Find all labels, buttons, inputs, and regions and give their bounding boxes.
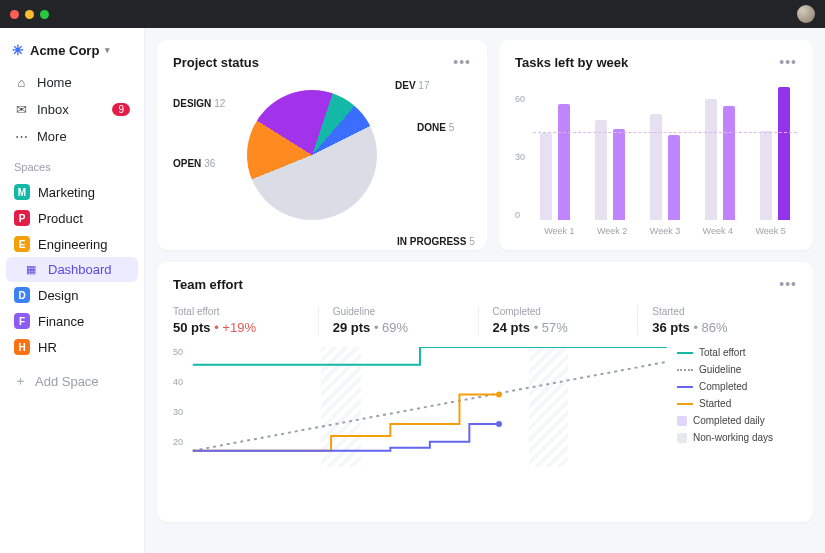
y-tick: 0 bbox=[515, 210, 520, 220]
more-icon: ⋯ bbox=[14, 129, 29, 144]
sidebar-space-item[interactable]: DDesign bbox=[6, 282, 138, 308]
main-content: Project status ••• DESIGN 12 OPEN 36 DEV… bbox=[145, 28, 825, 553]
metric-label: Started bbox=[652, 306, 783, 317]
titlebar bbox=[0, 0, 825, 28]
project-status-card: Project status ••• DESIGN 12 OPEN 36 DEV… bbox=[157, 40, 487, 250]
chevron-down-icon: ▾ bbox=[105, 45, 110, 55]
pie-label-design: DESIGN 12 bbox=[173, 98, 225, 109]
sidebar-space-item[interactable]: HHR bbox=[6, 334, 138, 360]
metric: Started36 pts • 86% bbox=[637, 306, 797, 335]
card-menu-icon[interactable]: ••• bbox=[779, 276, 797, 292]
legend-guideline: Guideline bbox=[677, 364, 797, 375]
bar bbox=[650, 114, 662, 220]
plus-icon: ＋ bbox=[14, 372, 27, 390]
svg-point-0 bbox=[496, 391, 502, 397]
metric: Guideline29 pts • 69% bbox=[318, 306, 478, 335]
x-tick: Week 2 bbox=[597, 226, 627, 236]
bar bbox=[613, 129, 625, 220]
metric-value: 24 pts • 57% bbox=[493, 320, 624, 335]
card-title: Team effort bbox=[173, 277, 243, 292]
sidebar-space-item[interactable]: EEngineering bbox=[6, 231, 138, 257]
sidebar-space-item[interactable]: MMarketing bbox=[6, 179, 138, 205]
metric-label: Total effort bbox=[173, 306, 304, 317]
pie-label-done: DONE 5 bbox=[417, 122, 454, 133]
legend-total: Total effort bbox=[677, 347, 797, 358]
project-status-pie bbox=[247, 90, 377, 220]
bar bbox=[723, 106, 735, 220]
sidebar-item-inbox[interactable]: ✉ Inbox 9 bbox=[6, 97, 138, 122]
space-letter-icon: D bbox=[14, 287, 30, 303]
space-letter-icon: F bbox=[14, 313, 30, 329]
team-effort-line-chart: 50 40 30 20 bbox=[173, 347, 667, 467]
space-label: Finance bbox=[38, 314, 84, 329]
pie-label-dev: DEV 17 bbox=[395, 80, 429, 91]
pie-label-open: OPEN 36 bbox=[173, 158, 215, 169]
sidebar-item-more[interactable]: ⋯ More bbox=[6, 124, 138, 149]
nav-label: Inbox bbox=[37, 102, 69, 117]
metric: Total effort50 pts • +19% bbox=[173, 306, 318, 335]
legend: Total effort Guideline Completed Started… bbox=[677, 347, 797, 467]
metric-value: 29 pts • 69% bbox=[333, 320, 464, 335]
legend-completed-daily: Completed daily bbox=[677, 415, 797, 426]
x-tick: Week 5 bbox=[755, 226, 785, 236]
metric-label: Guideline bbox=[333, 306, 464, 317]
sidebar-sub-dashboard[interactable]: ▦Dashboard bbox=[6, 257, 138, 282]
space-letter-icon: M bbox=[14, 184, 30, 200]
avatar[interactable] bbox=[797, 5, 815, 23]
maximize-window-icon[interactable] bbox=[40, 10, 49, 19]
add-space-label: Add Space bbox=[35, 374, 99, 389]
workspace-switcher[interactable]: ✳ Acme Corp ▾ bbox=[6, 36, 138, 68]
workspace-name: Acme Corp bbox=[30, 43, 99, 58]
legend-completed: Completed bbox=[677, 381, 797, 392]
sidebar-space-item[interactable]: PProduct bbox=[6, 205, 138, 231]
x-tick: Week 3 bbox=[650, 226, 680, 236]
space-label: Product bbox=[38, 211, 83, 226]
bar bbox=[668, 135, 680, 220]
pie-label-in-progress: IN PROGRESS 5 bbox=[397, 236, 475, 247]
card-title: Tasks left by week bbox=[515, 55, 628, 70]
svg-point-1 bbox=[496, 421, 502, 427]
space-sub-label: Dashboard bbox=[48, 262, 112, 277]
tasks-left-bar-chart: 0 30 60 bbox=[515, 80, 797, 220]
sidebar-item-home[interactable]: ⌂ Home bbox=[6, 70, 138, 95]
space-label: Marketing bbox=[38, 185, 95, 200]
bar bbox=[760, 131, 772, 220]
space-label: Design bbox=[38, 288, 78, 303]
nav-label: More bbox=[37, 129, 67, 144]
legend-non-working: Non-working days bbox=[677, 432, 797, 443]
legend-started: Started bbox=[677, 398, 797, 409]
y-tick: 60 bbox=[515, 94, 525, 104]
x-tick: Week 1 bbox=[544, 226, 574, 236]
inbox-badge: 9 bbox=[112, 103, 130, 116]
nav-label: Home bbox=[37, 75, 72, 90]
bar-group bbox=[595, 85, 625, 220]
metric-label: Completed bbox=[493, 306, 624, 317]
bar-group bbox=[650, 85, 680, 220]
home-icon: ⌂ bbox=[14, 75, 29, 90]
window-controls bbox=[10, 10, 49, 19]
card-menu-icon[interactable]: ••• bbox=[453, 54, 471, 70]
x-tick: Week 4 bbox=[703, 226, 733, 236]
add-space-button[interactable]: ＋ Add Space bbox=[6, 366, 138, 396]
card-menu-icon[interactable]: ••• bbox=[779, 54, 797, 70]
space-letter-icon: E bbox=[14, 236, 30, 252]
sidebar-space-item[interactable]: FFinance bbox=[6, 308, 138, 334]
bar bbox=[595, 120, 607, 220]
sidebar: ✳ Acme Corp ▾ ⌂ Home ✉ Inbox 9 ⋯ More Sp… bbox=[0, 28, 145, 553]
tasks-left-card: Tasks left by week ••• 0 30 60 Week 1Wee… bbox=[499, 40, 813, 250]
metric-value: 36 pts • 86% bbox=[652, 320, 783, 335]
close-window-icon[interactable] bbox=[10, 10, 19, 19]
metric-value: 50 pts • +19% bbox=[173, 320, 304, 335]
guideline bbox=[533, 132, 797, 133]
bar bbox=[778, 87, 790, 220]
card-title: Project status bbox=[173, 55, 259, 70]
y-tick: 30 bbox=[515, 152, 525, 162]
bar bbox=[558, 104, 570, 220]
bar-group bbox=[540, 85, 570, 220]
workspace-logo-icon: ✳ bbox=[12, 42, 24, 58]
bar bbox=[705, 99, 717, 221]
bar bbox=[540, 133, 552, 220]
spaces-section-label: Spaces bbox=[6, 151, 138, 177]
space-letter-icon: P bbox=[14, 210, 30, 226]
minimize-window-icon[interactable] bbox=[25, 10, 34, 19]
